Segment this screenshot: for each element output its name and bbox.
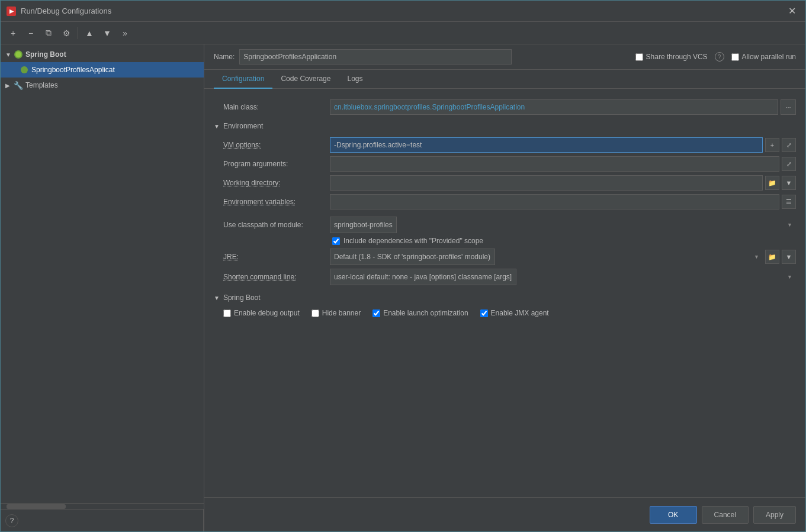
working-dir-row: Working directory: 📁 ▼ — [214, 175, 796, 191]
program-args-input[interactable] — [330, 156, 779, 172]
name-input[interactable] — [239, 49, 512, 65]
wrench-icon: 🔧 — [14, 80, 23, 90]
tree-templates-arrow: ▶ — [5, 82, 12, 89]
right-panel: Name: Share through VCS ? Allow parallel… — [204, 44, 805, 531]
springboot-arrow: ▼ — [214, 295, 220, 301]
environment-arrow: ▼ — [214, 123, 220, 130]
vm-options-add-btn[interactable]: + — [765, 138, 779, 152]
copy-button[interactable]: ⧉ — [41, 25, 56, 41]
scrollbar-thumb — [7, 504, 66, 509]
shorten-cmd-label: Shorten command line: — [223, 273, 330, 281]
environment-title: Environment — [223, 122, 263, 130]
help-button[interactable]: ? — [5, 514, 18, 527]
working-dir-browse-btn[interactable]: 📁 — [765, 176, 779, 190]
vm-options-expand-btn[interactable]: ⤢ — [782, 138, 796, 152]
working-dir-dropdown-btn[interactable]: ▼ — [782, 176, 796, 190]
arrow-up-button[interactable]: ▲ — [82, 25, 97, 41]
close-button[interactable]: ✕ — [785, 4, 799, 18]
tab-configuration[interactable]: Configuration — [214, 70, 272, 89]
program-args-input-group: ⤢ — [330, 156, 796, 172]
env-vars-expand-btn[interactable]: ☰ — [782, 195, 796, 209]
env-vars-label: Environment variables: — [223, 198, 330, 206]
left-panel: ▼ Spring Boot SpringbootProfilesApplicat… — [1, 44, 204, 531]
tree-app-item[interactable]: SpringbootProfilesApplicat — [1, 62, 204, 78]
jre-row: JRE: Default (1.8 - SDK of 'springboot-p… — [214, 249, 796, 265]
tree-spring-boot-group[interactable]: ▼ Spring Boot — [1, 47, 204, 62]
more-button[interactable]: » — [117, 25, 133, 41]
classpath-select[interactable]: springboot-profiles — [330, 217, 397, 233]
name-label: Name: — [214, 53, 235, 61]
hide-banner-checkbox[interactable] — [312, 309, 319, 317]
enable-debug-checkbox[interactable] — [223, 309, 231, 317]
name-right: Share through VCS ? Allow parallel run — [635, 52, 796, 62]
shorten-cmd-select[interactable]: user-local default: none - java [options… — [330, 269, 516, 285]
enable-launch-checkbox[interactable] — [373, 309, 380, 317]
classpath-row: Use classpath of module: springboot-prof… — [214, 217, 796, 233]
tabs: Configuration Code Coverage Logs — [204, 70, 805, 89]
jre-dropdown-btn[interactable]: ▼ — [782, 250, 796, 264]
vm-options-label: VM options: — [223, 141, 330, 149]
jre-browse-btn[interactable]: 📁 — [765, 250, 779, 264]
env-vars-input-group: ☰ — [330, 194, 796, 209]
main-class-browse-btn[interactable]: ··· — [781, 99, 796, 115]
env-vars-input[interactable] — [330, 194, 779, 209]
include-deps-label: Include dependencies with "Provided" sco… — [343, 237, 483, 245]
springboot-section-header[interactable]: ▼ Spring Boot — [214, 290, 796, 305]
enable-jmx-group: Enable JMX agent — [480, 309, 549, 317]
share-vcs-label: Share through VCS — [646, 53, 708, 61]
program-args-expand-btn[interactable]: ⤢ — [782, 157, 796, 171]
classpath-select-wrapper: springboot-profiles — [330, 217, 796, 233]
program-args-row: Program arguments: ⤢ — [214, 156, 796, 172]
enable-debug-group: Enable debug output — [223, 309, 300, 317]
springboot-section: ▼ Spring Boot Enable debug output Hide b… — [214, 290, 796, 317]
cancel-button[interactable]: Cancel — [702, 506, 749, 524]
tab-code-coverage[interactable]: Code Coverage — [272, 70, 339, 89]
help-icon[interactable]: ? — [715, 52, 724, 62]
main-class-input[interactable] — [330, 99, 778, 115]
jre-label: JRE: — [223, 253, 330, 261]
include-deps-checkbox[interactable] — [332, 237, 340, 245]
working-dir-label: Working directory: — [223, 179, 330, 187]
share-vcs-group: Share through VCS — [635, 53, 708, 61]
arrow-down-button[interactable]: ▼ — [99, 25, 115, 41]
tree-expand-arrow: ▼ — [5, 51, 12, 58]
env-vars-row: Environment variables: ☰ — [214, 194, 796, 209]
spring-boot-icon — [14, 50, 23, 59]
tree-templates[interactable]: ▶ 🔧 Templates — [1, 78, 204, 93]
springboot-checkboxes: Enable debug output Hide banner Enable l… — [214, 309, 796, 317]
name-row: Name: Share through VCS ? Allow parallel… — [204, 44, 805, 70]
program-args-label: Program arguments: — [223, 160, 330, 168]
tab-logs[interactable]: Logs — [339, 70, 371, 89]
dialog-title: Run/Debug Configurations — [21, 7, 111, 15]
enable-launch-label: Enable launch optimization — [383, 309, 468, 317]
include-deps-row: Include dependencies with "Provided" sco… — [214, 237, 796, 245]
enable-jmx-label: Enable JMX agent — [491, 309, 549, 317]
shorten-cmd-row: Shorten command line: user-local default… — [214, 269, 796, 285]
remove-button[interactable]: − — [23, 25, 38, 41]
vm-options-input[interactable] — [330, 137, 763, 153]
enable-launch-group: Enable launch optimization — [373, 309, 468, 317]
main-class-row: Main class: ··· — [214, 99, 796, 115]
working-dir-input-group: 📁 ▼ — [330, 175, 796, 191]
add-button[interactable]: + — [5, 25, 21, 41]
spring-app-icon — [20, 65, 29, 75]
main-class-label: Main class: — [223, 103, 330, 111]
share-vcs-checkbox[interactable] — [635, 53, 643, 61]
toolbar: + − ⧉ ⚙ ▲ ▼ » — [1, 22, 805, 44]
vm-options-input-group: + ⤢ — [330, 137, 796, 153]
main-class-input-group: ··· — [330, 99, 796, 115]
hide-banner-label: Hide banner — [322, 309, 361, 317]
title-bar: ▶ Run/Debug Configurations ✕ — [1, 1, 805, 22]
bottom-bar: OK Cancel Apply — [204, 497, 805, 531]
apply-button[interactable]: Apply — [753, 506, 796, 524]
working-dir-input[interactable] — [330, 175, 763, 191]
allow-parallel-checkbox[interactable] — [731, 53, 739, 61]
environment-section-header[interactable]: ▼ Environment — [214, 118, 796, 134]
run-debug-dialog: ▶ Run/Debug Configurations ✕ + − ⧉ ⚙ ▲ ▼… — [0, 0, 806, 532]
jre-select[interactable]: Default (1.8 - SDK of 'springboot-profil… — [330, 249, 495, 265]
enable-jmx-checkbox[interactable] — [480, 309, 488, 317]
bottom-left: ? — [1, 509, 204, 531]
left-panel-scrollbar[interactable] — [1, 503, 204, 509]
ok-button[interactable]: OK — [650, 506, 697, 524]
settings-button[interactable]: ⚙ — [59, 25, 74, 41]
